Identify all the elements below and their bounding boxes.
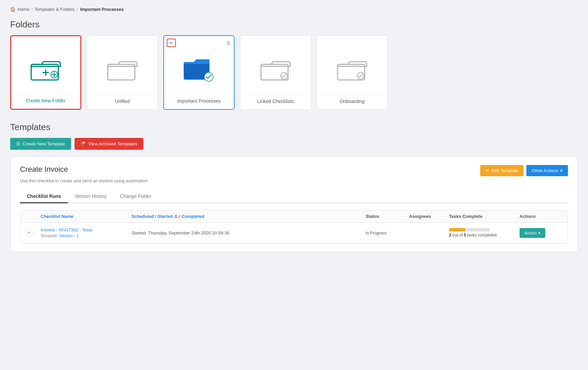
row-expand-cell: + [24,228,38,237]
create-folder-svg [31,57,61,81]
template-panel-header: Create Invoice ✏ Edit Template Other Act… [20,165,568,176]
started-text: Started: Thursday, September 24th 2020 2… [131,230,229,235]
edit-template-button[interactable]: ✏ Edit Template [480,165,524,176]
breadcrumb-sep1: / [32,7,33,12]
important-processes-folder-card[interactable]: ✏ 🗑 Important Processes [163,35,235,110]
table-header: Checklist Name Scheduled / Started ⚠ / C… [20,210,568,223]
template-description: Use this checklist to create and send an… [20,178,568,183]
breadcrumb-templates-folders[interactable]: Templates & Folders [35,7,75,12]
breadcrumb-sep2: / [77,7,78,12]
template-action-buttons: ☰ Create New Template 📦 View Archived Te… [10,138,578,150]
home-icon: 🏠 [10,7,16,12]
create-new-folder-label: Create New Folder [17,94,75,103]
important-processes-svg [182,55,216,82]
row-actions-cell: Action ▾ [520,228,564,238]
row-expand-button[interactable]: + [24,228,33,237]
unfiled-folder-label: Unfiled [93,95,152,104]
breadcrumb-current: Important Processes [80,7,124,12]
action-chevron-icon: ▾ [538,230,541,235]
onboarding-svg [337,57,367,81]
template-panel: Create Invoice ✏ Edit Template Other Act… [10,157,578,252]
completed-label2: Completed [182,214,204,219]
progress-bar-fill [449,228,465,231]
template-header-buttons: ✏ Edit Template Other Actions ▾ [480,165,568,176]
onboarding-folder-label: Onboarding [322,95,382,104]
important-processes-icon-area [182,43,216,95]
create-new-template-button[interactable]: ☰ Create New Template [10,138,71,150]
row-started-cell: Started: Thursday, September 24th 2020 2… [131,230,363,235]
completed-label: / [178,214,182,219]
other-actions-button[interactable]: Other Actions ▾ [526,165,568,176]
action-button[interactable]: Action ▾ [520,228,545,238]
scheduled-label: Scheduled / [131,214,158,219]
pencil-icon: ✏ [486,168,489,173]
unfiled-folder-svg [107,57,138,81]
breadcrumb: 🏠 Home / Templates & Folders / Important… [10,7,578,12]
linked-checklists-icon-area [260,42,291,95]
col-status: Status [366,214,406,219]
unfiled-folder-card[interactable]: Unfiled [87,35,158,110]
templates-section-title: Templates [10,122,578,132]
folders-row: Create New Folder Unfiled ✏ 🗑 [10,35,578,110]
unfiled-icon-area [107,42,138,95]
templates-section: Templates ☰ Create New Template 📦 View A… [10,122,578,252]
view-archived-templates-button[interactable]: 📦 View Archived Templates [75,138,143,150]
col-tasks-complete: Tasks Complete [449,214,517,219]
tab-checklist-runs[interactable]: Checklist Runs [20,190,68,203]
col-actions: Actions [520,214,564,219]
linked-checklists-folder-card[interactable]: Linked Checklists [240,35,311,110]
col-checklist-name: Checklist Name [41,214,129,219]
warning-icon: ⚠ [174,214,178,219]
checklist-template-version: Template: Version - 1 [41,233,129,238]
linked-checklists-svg [260,57,291,81]
tasks-total-count: 5 [464,233,466,238]
important-processes-folder-label: Important Processes [169,95,228,104]
chevron-down-icon: ▾ [560,168,563,173]
table-row: + Invoice - INV37392 - Tesla Template: V… [20,223,568,243]
folder-edit-button[interactable]: ✏ [167,39,176,47]
col-assignees: Assignees [409,214,446,219]
onboarding-icon-area [337,42,367,95]
folder-card-actions: ✏ 🗑 [167,39,231,47]
row-tasks-cell: 2 out of 5 tasks completed. [449,228,517,238]
checklist-table: Checklist Name Scheduled / Started ⚠ / C… [20,210,568,244]
col-started: Scheduled / Started ⚠ / Completed [131,214,363,219]
folders-section-title: Folders [10,19,578,30]
onboarding-folder-card[interactable]: Onboarding [317,35,388,110]
tab-version-history[interactable]: Version History [68,190,113,203]
create-folder-icon-area [31,43,61,94]
breadcrumb-home[interactable]: Home [18,7,29,12]
row-name-cell: Invoice - INV37392 - Tesla Template: Ver… [41,227,129,238]
linked-checklists-folder-label: Linked Checklists [246,95,305,104]
status-badge: In Progress [366,231,386,235]
list-icon: ☰ [16,141,20,146]
started-label: Started [158,214,174,219]
tasks-completed-count: 2 [449,233,451,238]
create-new-folder-card[interactable]: Create New Folder [10,35,81,110]
folder-delete-button[interactable]: 🗑 [226,40,231,46]
checklist-name-link[interactable]: Invoice - INV37392 - Tesla [41,227,129,232]
template-version-link[interactable]: Version - 1 [59,233,79,238]
template-title: Create Invoice [20,165,68,174]
progress-bar-bg [449,228,490,231]
archive-icon: 📦 [81,141,86,146]
template-title-area: Create Invoice [20,165,68,174]
row-status-cell: In Progress [366,230,406,235]
template-tabs: Checklist Runs Version History Change Fo… [20,190,568,203]
tasks-count: 2 out of 5 tasks completed. [449,233,517,238]
tab-change-folder[interactable]: Change Folder [113,190,158,203]
